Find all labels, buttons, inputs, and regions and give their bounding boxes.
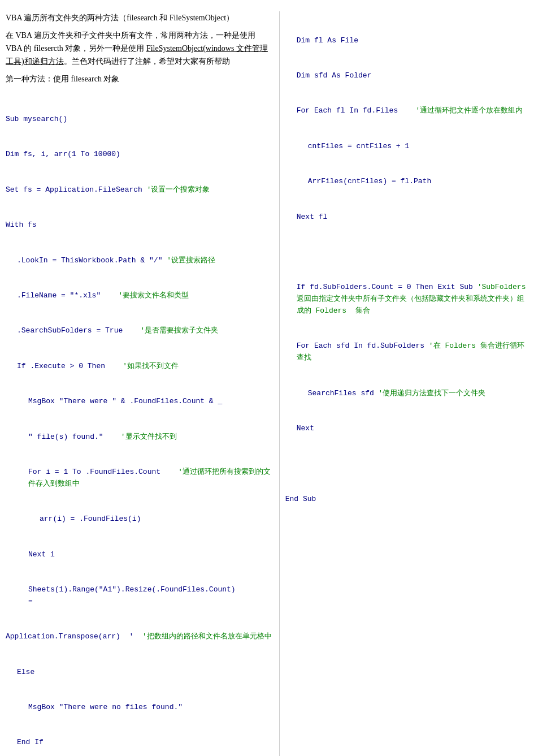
code-block-1: Sub mysearch() Dim fs, i, arr(1 To 10000… bbox=[6, 90, 273, 756]
code-line: If .Execute > 0 Then '如果找不到文件 bbox=[6, 361, 273, 373]
code-line: .SearchSubFolders = True '是否需要搜索子文件夹 bbox=[6, 325, 273, 337]
method1-title: 第一种方法：使用 filesearch 对象 bbox=[6, 72, 273, 85]
code-line: For Each fl In fd.Files '通过循环把文件逐个放在数组内 bbox=[285, 105, 528, 117]
code-line: MsgBox "There were no files found." bbox=[6, 702, 273, 714]
code-line: For i = 1 To .FoundFiles.Count '通过循环把所有搜… bbox=[6, 466, 273, 490]
code-line: Next bbox=[285, 423, 528, 435]
code-line: ArrFiles(cntFiles) = fl.Path bbox=[285, 176, 528, 188]
code-line: Application.Transpose(arr) ' '把数组内的路径和文件… bbox=[6, 631, 273, 643]
code-line: Else bbox=[6, 667, 273, 679]
left-column: VBA 遍历所有文件夹的两种方法（filesearch 和 FileSystem… bbox=[6, 11, 280, 756]
intro-paragraph: 在 VBA 遍历文件夹和子文件夹中所有文件，常用两种方法，一种是使用 VBA 的… bbox=[6, 29, 273, 68]
code-line bbox=[285, 458, 528, 470]
intro-title: VBA 遍历所有文件夹的两种方法（filesearch 和 FileSystem… bbox=[6, 11, 273, 24]
intro-text: 在 VBA 遍历文件夹和子文件夹中所有文件，常用两种方法，一种是使用 VBA 的… bbox=[6, 31, 268, 66]
code-line: Set fs = Application.FileSearch '设置一个搜索对… bbox=[6, 184, 273, 196]
code-line: For Each sfd In fd.SubFolders '在 Folders… bbox=[285, 340, 528, 364]
code-line bbox=[285, 247, 528, 258]
code-line: Next fl bbox=[285, 211, 528, 223]
code-line: Dim fs, i, arr(1 To 10000) bbox=[6, 149, 273, 161]
code-block-3: Dim fl As File Dim sfd As Folder For Eac… bbox=[285, 11, 528, 529]
code-line: Sheets(1).Range("A1").Resize(.FoundFiles… bbox=[6, 584, 273, 608]
code-line: .FileName = "*.xls" '要搜索文件名和类型 bbox=[6, 290, 273, 302]
code-line: End Sub bbox=[285, 494, 528, 506]
code-line: cntFiles = cntFiles + 1 bbox=[285, 141, 528, 153]
code-line: Sub mysearch() bbox=[6, 114, 273, 126]
code-line: Next i bbox=[6, 549, 273, 561]
right-column: Dim fl As File Dim sfd As Folder For Eac… bbox=[280, 11, 528, 756]
code-line: End If bbox=[6, 737, 273, 749]
code-line: arr(i) = .FoundFiles(i) bbox=[6, 513, 273, 525]
code-line: Dim fl As File bbox=[285, 35, 528, 47]
code-line: Dim sfd As Folder bbox=[285, 70, 528, 82]
code-line: " file(s) found." '显示文件找不到 bbox=[6, 431, 273, 443]
method1-title-text: 第一种方法：使用 filesearch 对象 bbox=[6, 75, 119, 83]
code-line: If fd.SubFolders.Count = 0 Then Exit Sub… bbox=[285, 282, 528, 317]
page-container: VBA 遍历所有文件夹的两种方法（filesearch 和 FileSystem… bbox=[0, 0, 534, 756]
code-line: SearchFiles sfd '使用递归方法查找下一个文件夹 bbox=[285, 388, 528, 400]
code-line: With fs bbox=[6, 219, 273, 231]
code-line: .LookIn = ThisWorkbook.Path & "/" '设置搜索路… bbox=[6, 255, 273, 267]
intro-title-text: VBA 遍历所有文件夹的两种方法（filesearch 和 FileSystem… bbox=[6, 14, 234, 22]
code-line: MsgBox "There were " & .FoundFiles.Count… bbox=[6, 396, 273, 408]
